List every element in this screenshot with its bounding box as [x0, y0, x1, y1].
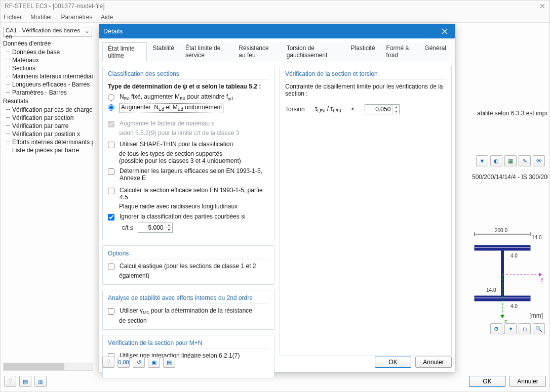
- check-curved[interactable]: [108, 214, 114, 221]
- svg-text:y: y: [541, 276, 543, 282]
- svg-text:4.0: 4.0: [510, 253, 518, 258]
- nav-tree: Données d'entrée Données de base Matéria…: [3, 39, 93, 154]
- radio-augment[interactable]: [108, 104, 114, 111]
- torsion-label: Torsion: [285, 106, 305, 113]
- check-label-line2: également): [119, 272, 269, 279]
- radio-ned-fixed[interactable]: [108, 94, 114, 101]
- tab-coldformed[interactable]: Formé à froid: [381, 42, 419, 62]
- spinner-down-icon[interactable]: ▼: [393, 109, 399, 114]
- tree-scrollbar[interactable]: [3, 363, 93, 371]
- group-title: Options: [108, 250, 269, 259]
- print-icon[interactable]: ⎙: [519, 323, 531, 334]
- tree-item[interactable]: Maintiens latéraux intermédiaires: [3, 72, 93, 80]
- svg-text:14.0: 14.0: [532, 235, 542, 240]
- group-stability2nd: Analyse de stabilité avec efforts intern…: [102, 290, 274, 330]
- group-title: Vérification de la section pour M+N: [108, 339, 269, 349]
- torsion-spinner[interactable]: ▲▼: [365, 104, 400, 114]
- tree-item[interactable]: Vérification par section: [3, 114, 93, 122]
- group-torsion: Vérification de la section et torsion Co…: [280, 66, 452, 356]
- check-label: Calcul élastique (pour les sections de c…: [120, 263, 256, 270]
- check-label-line2: de tous les types de section supportés: [119, 150, 269, 157]
- load-profile-icon[interactable]: ▤: [163, 357, 175, 368]
- check-label: Déterminer les largeurs efficaces selon …: [120, 167, 269, 182]
- excel-icon[interactable]: ▦: [504, 155, 517, 166]
- svg-text:4.0: 4.0: [510, 303, 518, 309]
- menu-file[interactable]: Fichier: [4, 14, 22, 21]
- menu-params[interactable]: Paramètres: [61, 14, 92, 21]
- save-profile-icon[interactable]: ▣: [148, 357, 160, 368]
- right-panel-fragment: abilité selon 6.3.3 est impossible ▼ ◐ ▦…: [467, 27, 548, 363]
- tree-item[interactable]: Matériaux: [3, 56, 93, 64]
- ct-label: c/t ≤: [122, 224, 134, 231]
- menu-help[interactable]: Aide: [101, 14, 113, 21]
- menu-icon[interactable]: ▥: [34, 376, 47, 387]
- close-icon[interactable]: ✕: [539, 1, 545, 12]
- help-icon[interactable]: ❔: [102, 357, 114, 368]
- tree-item[interactable]: Longueurs efficaces - Barres: [3, 80, 93, 89]
- tree-head-results[interactable]: Résultats: [3, 97, 93, 106]
- check-elastic[interactable]: [108, 264, 114, 270]
- tree-item[interactable]: Vérification par cas de charge: [3, 106, 93, 114]
- section-label: 500/200/14/14/4 - IS 300/200/14/..: [472, 173, 548, 181]
- tree-item[interactable]: Sections: [3, 64, 93, 72]
- ct-spinner[interactable]: ▲▼: [138, 223, 173, 233]
- spinner-up-icon[interactable]: ▲: [393, 105, 399, 109]
- check-label: Utiliser γM1 pour la détermination de la…: [120, 307, 252, 315]
- tab-service[interactable]: État limite de service: [180, 42, 233, 62]
- tab-ultimate[interactable]: État limite ultime: [102, 42, 147, 62]
- group-classification: Classification des sections Type de déte…: [102, 66, 274, 240]
- ct-input[interactable]: [138, 224, 166, 232]
- eye-icon[interactable]: 👁: [533, 155, 545, 166]
- check-label-line3: (possible pour les classes 3 et 4 unique…: [119, 157, 269, 164]
- help-icon[interactable]: ❔: [4, 376, 16, 387]
- details-dialog: Détails État limite ultime Stabilité Éta…: [99, 24, 455, 372]
- check-material-factor: [108, 121, 114, 127]
- menu-edit[interactable]: Modifier: [30, 14, 52, 21]
- window-title: RF-STEEL EC3 - [001377-model-file]: [5, 1, 105, 12]
- torsion-input[interactable]: [365, 105, 392, 113]
- axes-icon[interactable]: ✦: [504, 323, 517, 334]
- check-label: Augmenter le facteur de matériau ε: [120, 120, 214, 127]
- check-gamma[interactable]: [108, 308, 114, 315]
- check-label: Calculer la section efficace selon EN 19…: [120, 187, 269, 201]
- tab-warping[interactable]: Torsion de gauchissement: [281, 42, 345, 62]
- close-icon[interactable]: [439, 26, 451, 36]
- ok-button[interactable]: OK: [469, 376, 505, 387]
- brush-icon[interactable]: ✎: [519, 155, 531, 166]
- spinner-up-icon[interactable]: ▲: [166, 223, 172, 228]
- tree-item[interactable]: Paramètres - Barres: [3, 89, 93, 97]
- tab-stability[interactable]: Stabilité: [147, 42, 180, 62]
- tab-bar: État limite ultime Stabilité État limite…: [102, 41, 452, 62]
- spinner-down-icon[interactable]: ▼: [166, 228, 172, 232]
- tree-item[interactable]: Vérification par position x: [3, 130, 93, 138]
- svg-text:200.0: 200.0: [495, 228, 507, 233]
- world-icon[interactable]: ◐: [490, 155, 502, 166]
- filter-icon[interactable]: ▼: [476, 155, 488, 166]
- group-title: Analyse de stabilité avec efforts intern…: [108, 294, 269, 304]
- tree-item[interactable]: Liste de pièces par barre: [3, 146, 93, 154]
- search-icon[interactable]: 🔍: [533, 323, 545, 334]
- reset-icon[interactable]: ↺: [133, 357, 145, 368]
- tree-item[interactable]: Vérification par barre: [3, 122, 93, 130]
- menu-icon[interactable]: ▤: [19, 376, 31, 387]
- tab-fire[interactable]: Résistance au feu: [233, 42, 281, 62]
- cancel-button[interactable]: Annuler: [415, 357, 452, 368]
- check-effective[interactable]: [108, 188, 114, 194]
- constraint-label: Contrainte de cisaillement limite pour l…: [285, 83, 446, 97]
- check-widths[interactable]: [108, 168, 114, 175]
- tab-plastic[interactable]: Plasticité: [345, 42, 381, 62]
- tab-general[interactable]: Général: [419, 42, 452, 62]
- check-shapethin[interactable]: [108, 142, 114, 148]
- check-label-line2: selon 5.5.2(9) pour la limite c/t de la …: [119, 129, 269, 137]
- tree-item[interactable]: Données de base: [3, 48, 93, 56]
- units-icon[interactable]: 0.00: [117, 357, 130, 368]
- tree-item[interactable]: Efforts internes déterminants par: [3, 138, 93, 146]
- window-title-bar: RF-STEEL EC3 - [001377-model-file] ✕: [1, 1, 549, 12]
- dialog-title-bar[interactable]: Détails: [99, 24, 455, 38]
- tree-head-input[interactable]: Données d'entrée: [3, 39, 93, 48]
- cancel-button[interactable]: Annuler: [509, 376, 546, 387]
- group-title: Vérification de la section et torsion: [285, 70, 446, 80]
- ok-button[interactable]: OK: [375, 357, 411, 368]
- case-combo[interactable]: CA1 - Vérification des barres en: [3, 27, 92, 37]
- cog-icon[interactable]: ⚙: [490, 323, 502, 334]
